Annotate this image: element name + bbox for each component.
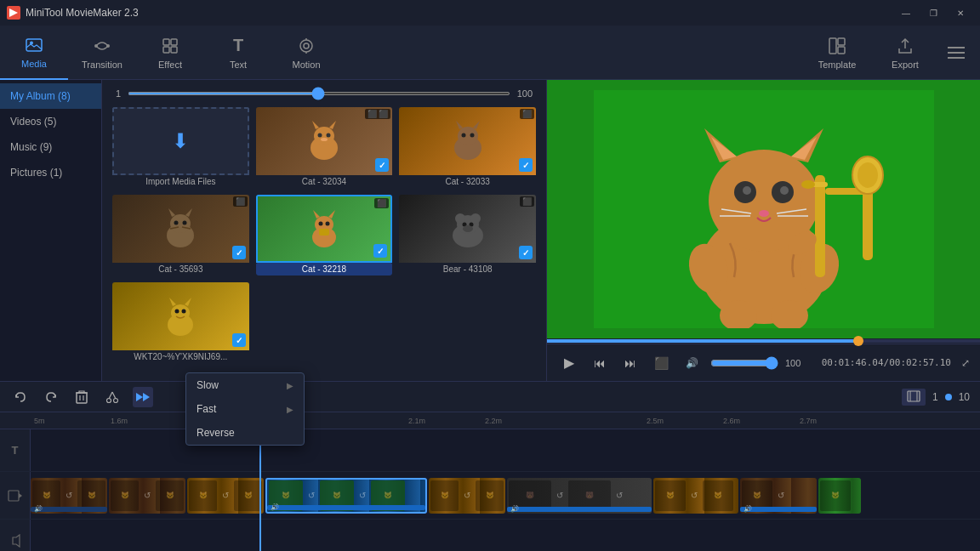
audio-track-content[interactable] xyxy=(31,520,980,551)
zoom-slider[interactable] xyxy=(128,92,510,95)
toolbar: Media Transition Effect T Text xyxy=(0,26,980,80)
video-clip-2[interactable]: 🐱 ↺ 🐱 xyxy=(109,478,185,514)
video-clip-9[interactable]: 🐱 xyxy=(818,478,861,514)
menu-icon-button[interactable] xyxy=(939,36,973,70)
svg-point-33 xyxy=(170,214,191,233)
toolbar-media[interactable]: Media xyxy=(0,26,68,80)
media-import[interactable]: ⬇ Import Media Files xyxy=(112,107,249,188)
svg-point-44 xyxy=(318,222,322,226)
ctx-slow[interactable]: Slow ▶ xyxy=(186,373,304,397)
ruler-mark-27m: 2.7m xyxy=(800,417,817,425)
toolbar-export[interactable]: Export xyxy=(871,26,939,80)
minimize-button[interactable]: — xyxy=(893,4,919,21)
media-item-cat-32034[interactable]: ⬛ ⬛ ✓ Cat - 32034 xyxy=(256,107,393,188)
svg-point-10 xyxy=(304,43,309,48)
svg-marker-43 xyxy=(328,210,335,219)
toolbar-motion[interactable]: Motion xyxy=(272,26,340,80)
toolbar-transition[interactable]: Transition xyxy=(68,26,136,80)
video-track-label xyxy=(0,472,31,519)
video-clip-3[interactable]: 🐱 ↺ 🐱 xyxy=(187,478,264,514)
media-item-wkt20[interactable]: ✓ WKT20~%Y'XK9NIJ69... xyxy=(112,282,249,363)
video-clip-8[interactable]: 🐱 ↺ 🔊 xyxy=(740,478,817,514)
video-clip-4-selected[interactable]: 🐱 ↺ 🐱 ↺ 🐱 🔊 xyxy=(265,478,427,514)
audio-track xyxy=(0,520,980,551)
svg-marker-42 xyxy=(313,210,320,219)
svg-marker-22 xyxy=(329,121,336,129)
toolbar-template[interactable]: Template xyxy=(803,26,871,80)
preview-panel: ▶ ⏮ ⏭ ⬛ 🔊 100 00:01:46.04/00:02:57.10 ⤢ xyxy=(546,80,980,381)
svg-point-25 xyxy=(321,138,328,141)
sidebar-item-videos[interactable]: Videos (5) xyxy=(0,109,101,134)
ctx-reverse[interactable]: Reverse xyxy=(186,421,304,445)
video-clip-5[interactable]: 🐱 ↺ 🐱 xyxy=(429,478,505,514)
maximize-button[interactable]: ❐ xyxy=(920,4,946,21)
rewind-button[interactable]: ⏮ xyxy=(588,351,612,375)
page-number: 1 xyxy=(932,391,938,403)
main-content: My Album (8) Videos (5) Music (9) Pictur… xyxy=(0,80,980,381)
video-clip-7[interactable]: 🐱 ↺ 🐱 xyxy=(653,478,738,514)
app-title: MiniTool MovieMaker 2.3 xyxy=(26,7,139,19)
ctx-fast[interactable]: Fast ▶ xyxy=(186,397,304,421)
svg-point-70 xyxy=(780,186,789,195)
preview-controls: ▶ ⏮ ⏭ ⬛ 🔊 100 00:01:46.04/00:02:57.10 ⤢ xyxy=(547,344,980,381)
media-item-cat-35693[interactable]: ⬛ ✓ Cat - 35693 xyxy=(112,195,249,276)
corner-badge-43108: ⬛ xyxy=(520,196,534,207)
check-badge-43108: ✓ xyxy=(519,246,533,259)
sidebar-item-pictures[interactable]: Pictures (1) xyxy=(0,160,101,185)
sidebar-item-music[interactable]: Music (9) xyxy=(0,134,101,160)
fit-button[interactable] xyxy=(902,389,926,406)
toolbar-text[interactable]: T Text xyxy=(204,26,272,80)
check-badge-32033: ✓ xyxy=(519,158,533,172)
slider-start: 1 xyxy=(116,88,121,99)
sidebar-item-my-album[interactable]: My Album (8) xyxy=(0,83,101,109)
svg-marker-96 xyxy=(136,393,143,401)
check-badge-wkt20: ✓ xyxy=(232,333,246,347)
toolbar-media-label: Media xyxy=(21,59,47,69)
speed-button[interactable] xyxy=(133,387,153,407)
play-button[interactable]: ▶ xyxy=(557,351,581,375)
media-panel: 1 100 ⬇ Import Media Files ⬛ ⬛ xyxy=(102,80,546,381)
stop-button[interactable]: ⬛ xyxy=(649,351,673,375)
check-badge-32034: ✓ xyxy=(375,158,389,172)
video-clip-6[interactable]: 🐻 ↺ 🐻 ↺ 🔊 xyxy=(507,478,652,514)
cut-button[interactable] xyxy=(102,387,122,407)
motion-icon xyxy=(296,36,316,56)
app-icon xyxy=(7,6,20,20)
media-item-cat-32218[interactable]: ⬛ ✓ Cat - 32218 xyxy=(256,195,393,276)
toolbar-right: Template Export xyxy=(803,26,980,80)
title-bar: MiniTool MovieMaker 2.3 — ❐ ✕ xyxy=(0,0,980,26)
redo-button[interactable] xyxy=(41,387,61,407)
volume-slider[interactable] xyxy=(710,356,778,370)
svg-marker-21 xyxy=(312,121,319,129)
label-cat-35693: Cat - 35693 xyxy=(112,263,249,276)
svg-point-71 xyxy=(759,210,769,217)
text-track-content[interactable] xyxy=(31,429,980,471)
sidebar: My Album (8) Videos (5) Music (9) Pictur… xyxy=(0,80,102,381)
undo-button[interactable] xyxy=(10,387,31,407)
page-dot xyxy=(945,394,952,400)
svg-rect-7 xyxy=(163,47,169,53)
timeline-ruler: 5m 1.6m 1.8m 2.1m 2.2m 2.5m 2.6m 2.7m xyxy=(0,412,980,429)
video-track-content[interactable]: 🐱 ↺ 🐱 🔊 🐱 ↺ 🐱 🐱 xyxy=(31,472,980,519)
video-clip-1[interactable]: 🐱 ↺ 🐱 🔊 xyxy=(31,478,107,514)
audio-track-label xyxy=(0,520,31,551)
timeline-tracks: T 🐱 ↺ 🐱 xyxy=(0,429,980,551)
svg-point-59 xyxy=(182,310,186,314)
svg-point-31 xyxy=(470,133,474,138)
toolbar-effect[interactable]: Effect xyxy=(136,26,204,80)
svg-point-53 xyxy=(463,225,473,232)
delete-button[interactable] xyxy=(71,387,92,407)
media-item-cat-32033[interactable]: ⬛ ✓ Cat - 32033 xyxy=(399,107,536,188)
export-icon xyxy=(895,36,915,56)
import-arrow-icon: ⬇ xyxy=(172,129,189,153)
forward-button[interactable]: ⏭ xyxy=(618,351,642,375)
timeline-toolbar: 1 10 xyxy=(0,382,980,412)
svg-rect-15 xyxy=(838,47,845,54)
fullscreen-button[interactable]: ⤢ xyxy=(961,357,970,369)
ruler-mark-5m: 5m xyxy=(34,417,45,425)
preview-video xyxy=(547,80,980,338)
text-track-label: T xyxy=(0,429,31,471)
close-button[interactable]: ✕ xyxy=(948,4,973,21)
media-item-bear-43108[interactable]: ⬛ ✓ Bear - 43108 xyxy=(399,195,536,276)
text-icon: T xyxy=(228,36,248,56)
